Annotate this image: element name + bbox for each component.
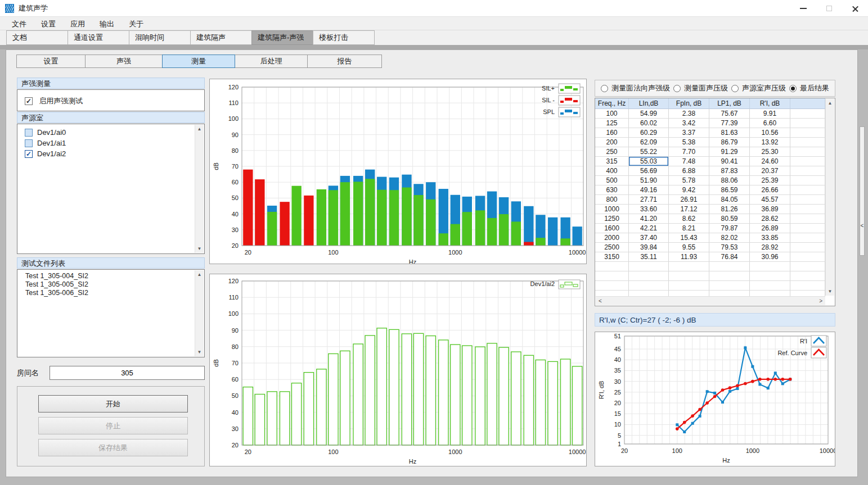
table-cell[interactable]: 80.59	[709, 214, 750, 224]
menu-item[interactable]: 文件	[5, 17, 34, 31]
table-cell[interactable]: 37.40	[629, 233, 669, 243]
scroll-left-icon[interactable]: <	[599, 298, 602, 304]
table-cell[interactable]: 5.38	[669, 138, 709, 147]
table-cell[interactable]	[790, 214, 825, 224]
table-cell[interactable]: 90.41	[709, 157, 750, 166]
table-cell[interactable]: 8.21	[669, 224, 709, 233]
radio-option[interactable]: 声源室声压级	[731, 83, 786, 93]
test-file-item[interactable]: Test 1_305-006_SI2	[17, 289, 204, 297]
scroll-right-icon[interactable]: >	[819, 298, 822, 304]
table-cell[interactable]: 10.56	[750, 128, 790, 138]
table-cell[interactable]: 81.26	[709, 205, 750, 214]
main-tab[interactable]: 建筑隔声	[190, 30, 252, 45]
table-cell[interactable]: 160	[595, 128, 629, 138]
table-cell[interactable]: 1250	[595, 214, 629, 224]
table-cell[interactable]: 25.39	[750, 176, 790, 185]
table-cell[interactable]: 81.63	[709, 128, 750, 138]
table-row[interactable]: 12560.023.4277.396.60	[595, 119, 825, 128]
table-row[interactable]: 20062.095.3886.7913.92	[595, 138, 825, 147]
save-results-button[interactable]: 保存结果	[38, 439, 188, 456]
table-cell[interactable]: 28.92	[750, 243, 790, 252]
table-cell[interactable]: 1600	[595, 224, 629, 233]
scroll-up-icon[interactable]: ▲	[828, 101, 833, 106]
table-row[interactable]: 250039.849.5579.5328.92	[595, 243, 825, 252]
table-row[interactable]: 31555.037.4890.4124.60	[595, 157, 825, 166]
test-file-item[interactable]: Test 1_305-004_SI2	[17, 272, 204, 280]
table-row[interactable]: 80027.7126.9184.0545.57	[595, 195, 825, 205]
table-cell[interactable]: 82.02	[709, 233, 750, 243]
table-row[interactable]: 16060.293.3781.6310.56	[595, 128, 825, 138]
table-cell[interactable]	[790, 233, 825, 243]
table-cell[interactable]	[790, 224, 825, 233]
radio-option[interactable]: 测量面法向声强级	[601, 83, 670, 93]
table-cell[interactable]: 315	[595, 157, 629, 166]
table-cell[interactable]: 400	[595, 166, 629, 176]
table-cell[interactable]: 35.11	[629, 252, 669, 262]
table-cell[interactable]	[790, 109, 825, 119]
table-cell[interactable]	[790, 166, 825, 176]
table-cell[interactable]: 9.42	[669, 185, 709, 195]
table-cell[interactable]: 5.78	[669, 176, 709, 185]
table-cell[interactable]: 2000	[595, 233, 629, 243]
table-cell[interactable]: 6.60	[750, 119, 790, 128]
table-cell[interactable]: 79.87	[709, 224, 750, 233]
table-cell[interactable]	[790, 243, 825, 252]
table-cell[interactable]: 49.16	[629, 185, 669, 195]
table-cell[interactable]: 9.91	[750, 109, 790, 119]
table-cell[interactable]: 2.38	[669, 109, 709, 119]
table-cell[interactable]: 55.22	[629, 147, 669, 157]
main-tab[interactable]: 文档	[6, 30, 68, 45]
checkbox-icon[interactable]: ✓	[25, 150, 33, 158]
table-cell[interactable]: 8.62	[669, 214, 709, 224]
main-tab[interactable]: 混响时间	[129, 30, 191, 45]
table-cell[interactable]	[790, 185, 825, 195]
table-cell[interactable]: 3.37	[669, 128, 709, 138]
table-cell[interactable]: 30.96	[750, 252, 790, 262]
minimize-button[interactable]	[790, 0, 816, 17]
scroll-up-icon[interactable]: ▲	[197, 126, 202, 132]
table-cell[interactable]: 91.29	[709, 147, 750, 157]
table-cell[interactable]: 84.05	[709, 195, 750, 205]
table-row[interactable]: 40056.696.8887.8320.37	[595, 166, 825, 176]
table-cell[interactable]: 100	[595, 109, 629, 119]
source-room-scrollbar[interactable]: ▲ ▼	[195, 125, 204, 253]
table-row[interactable]: 315035.1111.9376.8430.96	[595, 252, 825, 262]
checkbox-icon[interactable]	[25, 139, 33, 147]
table-cell[interactable]: 33.85	[750, 233, 790, 243]
table-cell[interactable]: 3150	[595, 252, 629, 262]
table-cell[interactable]: 76.84	[709, 252, 750, 262]
table-cell[interactable]: 11.93	[669, 252, 709, 262]
table-cell[interactable]: 800	[595, 195, 629, 205]
table-cell[interactable]	[790, 157, 825, 166]
start-button[interactable]: 开始	[38, 395, 188, 413]
source-room-item[interactable]: Dev1/ai0	[17, 127, 204, 138]
scroll-down-icon[interactable]: ▼	[828, 289, 833, 294]
table-cell[interactable]: 51.90	[629, 176, 669, 185]
table-cell[interactable]: 15.43	[669, 233, 709, 243]
table-cell[interactable]: 27.71	[629, 195, 669, 205]
table-cell[interactable]: 13.92	[750, 138, 790, 147]
table-cell[interactable]: 2500	[595, 243, 629, 252]
table-cell[interactable]: 17.12	[669, 205, 709, 214]
table-cell[interactable]: 36.89	[750, 205, 790, 214]
sub-tab[interactable]: 设置	[16, 55, 86, 68]
table-cell[interactable]: 26.91	[669, 195, 709, 205]
table-cell[interactable]: 77.39	[709, 119, 750, 128]
radio-option[interactable]: 最后结果	[789, 83, 829, 93]
table-horizontal-scrollbar[interactable]: < >	[596, 296, 825, 305]
table-cell[interactable]	[790, 147, 825, 157]
table-row[interactable]: 10054.992.3875.679.91	[595, 109, 825, 119]
table-cell[interactable]	[790, 128, 825, 138]
table-row[interactable]: 200037.4015.4382.0233.85	[595, 233, 825, 243]
scroll-down-icon[interactable]: ▼	[197, 246, 202, 251]
table-cell[interactable]	[790, 252, 825, 262]
table-cell[interactable]: 7.70	[669, 147, 709, 157]
table-cell[interactable]: 39.84	[629, 243, 669, 252]
table-cell[interactable]	[790, 205, 825, 214]
table-row[interactable]: 125041.208.6280.5928.62	[595, 214, 825, 224]
scroll-up-icon[interactable]: ▲	[197, 272, 202, 277]
source-room-item[interactable]: Dev1/ai1	[17, 138, 204, 148]
table-cell[interactable]: 24.60	[750, 157, 790, 166]
table-cell[interactable]: 79.53	[709, 243, 750, 252]
table-cell[interactable]	[790, 176, 825, 185]
